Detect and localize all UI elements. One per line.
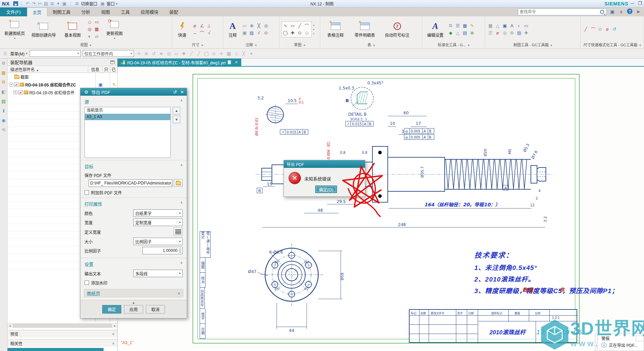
section-print-props[interactable]: 打印属性∧ (80, 198, 187, 208)
scroll-thumb[interactable] (13, 324, 112, 328)
collapse-icon[interactable]: − (10, 83, 13, 86)
ribbon-icon[interactable]: ☰ (487, 30, 493, 36)
ribbon-icon[interactable]: ⊕ (469, 30, 475, 36)
ribbon-icon[interactable]: ⊙ (211, 50, 217, 57)
ribbon-icon[interactable]: △ (494, 22, 501, 29)
close-tab-icon[interactable]: ✕ (234, 60, 238, 65)
scope-combo[interactable]: 仅在工作部件内▾ (83, 50, 134, 57)
group-label-sketch[interactable]: 草图▾ (279, 43, 320, 48)
preview-section[interactable]: 预览∨ (7, 330, 117, 337)
group-label-annotation[interactable]: 注释▾ (223, 43, 279, 48)
update-view-button[interactable]: 更新视图▾ (102, 19, 127, 40)
ribbon-icon[interactable]: ◎ (263, 22, 269, 29)
checkbox-checked-icon[interactable]: ✔ (18, 90, 23, 95)
ribbon-icon[interactable]: ▦ (462, 22, 468, 29)
ribbon-icon[interactable]: ◐ (516, 22, 522, 29)
ribbon-icon[interactable]: ╱ (188, 50, 195, 57)
cancel-button[interactable]: 取消 (146, 305, 165, 314)
ribbon-icon[interactable]: ➤ (158, 50, 165, 57)
ribbon-icon[interactable]: ∠ (199, 22, 205, 29)
ribbon-icon[interactable]: ╳ (241, 50, 247, 57)
size-combo[interactable]: 比例因子▾ (133, 238, 183, 245)
ribbon-icon[interactable]: ▤ (462, 30, 468, 36)
section-source[interactable]: 源∧ (80, 96, 187, 106)
ribbon-icon[interactable]: ▦ (487, 22, 493, 29)
dependencies-section[interactable]: 相关性∨ (7, 339, 117, 347)
append-checkbox-row[interactable]: 附加到 PDF 文件 (80, 187, 187, 195)
error-dialog[interactable]: 导出 PDF ✕ 未知系统错误 确定(O) (283, 160, 365, 197)
ribbon-icon[interactable]: ∿ (282, 22, 289, 29)
ribbon-icon[interactable]: ▾ (248, 50, 255, 57)
ribbon-icon[interactable]: ✂ (37, 0, 43, 6)
ribbon-icon[interactable]: ⧉ (1, 79, 7, 85)
output-text-combo[interactable]: 多段线▾ (133, 270, 183, 277)
ribbon-icon[interactable]: ⌒ (199, 30, 205, 36)
close-icon[interactable]: ✕ (180, 90, 184, 95)
column-part-name[interactable]: 描述性部件名 ▲ (7, 66, 88, 72)
ribbon-icon[interactable]: ⟲ (1, 127, 7, 133)
ribbon-icon[interactable]: ▣ (502, 22, 508, 29)
ribbon-icon[interactable]: ✚ (523, 30, 529, 36)
selection-filter-combo[interactable]: ▾ (30, 50, 81, 57)
navigator-hscrollbar[interactable]: ◂ ▸ (7, 323, 117, 328)
ribbon-icon[interactable]: ▤ (1, 98, 7, 104)
collapse-handle[interactable]: ▲ (80, 301, 187, 305)
drawing-sheet[interactable]: 0.3x45° 1.5x0.3 B DETAIL B SCALE 5 : 1 3… (118, 67, 644, 351)
ribbon-icon[interactable]: ╱ (583, 26, 589, 32)
tab-assembly[interactable]: 装配 (164, 7, 184, 16)
switch-window-button[interactable]: ⧉切换窗口 (74, 1, 97, 7)
table-note-button[interactable]: 表格注释 (322, 21, 349, 38)
ribbon-icon[interactable]: ▣ (61, 0, 67, 6)
fullscreen-icon[interactable]: ▣ (609, 9, 615, 15)
tab-view[interactable]: 视图 (96, 7, 116, 16)
ribbon-icon[interactable]: ▦ (94, 26, 100, 32)
ribbon-icon[interactable]: ✎ (469, 22, 475, 29)
auto-balloon-button[interactable]: 7 自动符号标注 (381, 21, 414, 38)
ribbon-icon[interactable]: ✦ (55, 0, 61, 6)
section-target[interactable]: 目标∧ (80, 160, 187, 170)
define-width-button[interactable] (174, 228, 183, 236)
ribbon-icon[interactable]: ╱ (196, 50, 202, 57)
ribbon-icon[interactable]: ◇ (87, 19, 93, 25)
ribbon-icon[interactable]: ⧉ (447, 22, 454, 29)
help-icon[interactable]: ? (627, 9, 632, 14)
ribbon-icon[interactable]: ⌀ (192, 22, 198, 29)
group-label-dimension[interactable]: 尺寸▾ (172, 43, 223, 48)
sheet-tab-label[interactable]: "A3_1" (121, 340, 134, 345)
ribbon-icon[interactable]: ◎ (502, 30, 508, 36)
ribbon-icon[interactable]: ▤ (516, 30, 522, 36)
ribbon-icon[interactable]: ╳ (256, 22, 262, 29)
expand-icon[interactable]: + (14, 91, 17, 94)
graphics-window[interactable]: RD-04-19-05 丝杠结合件ZC - 型材-有钢套80_dwg1.prt … (118, 59, 644, 351)
ribbon-icon[interactable]: ◇ (304, 30, 310, 36)
minimize-ribbon-icon[interactable]: ∧ (618, 9, 624, 15)
ribbon-icon[interactable]: ◯ (203, 50, 210, 57)
export-pdf-dialog[interactable]: ⚙ 导出 PDF ↺ ✕ 源∧ 当前显示 A3_1 A3 ▲ ▼ 目标∧ 保存 … (80, 88, 187, 318)
ribbon-icon[interactable]: ⊙ (263, 30, 269, 36)
menu-button[interactable]: 菜单(M)▾ (10, 51, 28, 57)
apply-button[interactable]: 应用 (124, 305, 143, 314)
save-icon[interactable] (13, 1, 18, 6)
column-info[interactable]: 信息 (88, 66, 102, 73)
reset-icon[interactable]: ↺ (173, 90, 177, 95)
ribbon-icon[interactable]: ⌒ (304, 22, 310, 29)
scroll-right-icon[interactable]: ▸ (112, 324, 117, 328)
group-label-table[interactable]: 表▾ (320, 43, 422, 48)
ribbon-icon[interactable]: ⊕ (143, 50, 150, 57)
tab-analysis[interactable]: 分析 (76, 7, 96, 16)
ribbon-icon[interactable]: ▤ (43, 0, 49, 6)
ribbon-icon[interactable]: ▦ (226, 50, 232, 57)
ribbon-icon[interactable]: ◇ (233, 50, 240, 57)
new-sheet-button[interactable]: 新建图纸页▾ (2, 19, 27, 40)
checkbox-checked-icon[interactable]: ✔ (14, 82, 19, 87)
ribbon-icon[interactable]: ✛ (218, 50, 225, 57)
ribbon-icon[interactable]: ✚ (290, 30, 296, 36)
ribbon-icon[interactable]: ▭ (242, 22, 248, 29)
ribbon-icon[interactable]: △ (455, 30, 461, 36)
ribbon-icon[interactable]: ◧ (1, 89, 7, 95)
append-checkbox[interactable] (85, 190, 89, 195)
window-menu-button[interactable]: ▣窗口▾ (99, 1, 118, 7)
ribbon-icon[interactable]: ⊙ (597, 26, 603, 32)
tutorial-icon[interactable]: ➤ (635, 9, 641, 15)
restore-button[interactable]: ❐ (638, 1, 642, 6)
